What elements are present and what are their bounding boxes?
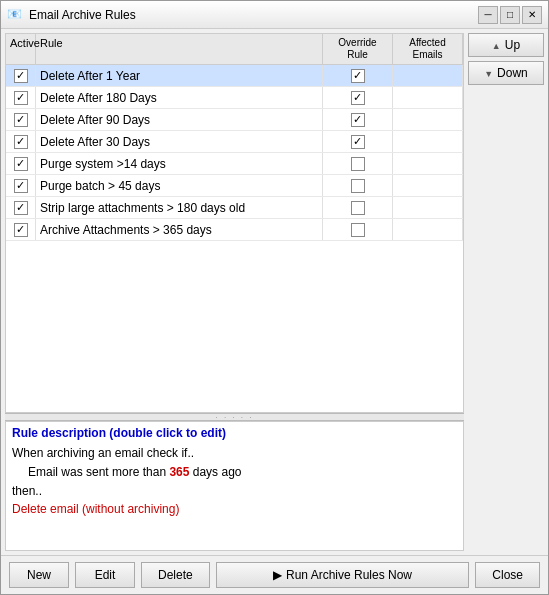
down-button[interactable]: Down — [468, 61, 544, 85]
resize-handle[interactable]: · · · · · — [5, 413, 464, 421]
title-buttons: ─ □ ✕ — [478, 6, 542, 24]
rule-name-cell: Archive Attachments > 365 days — [36, 219, 323, 240]
rule-name-cell: Delete After 1 Year — [36, 65, 323, 86]
override-checkbox[interactable] — [351, 201, 365, 215]
rule-name-cell: Purge batch > 45 days — [36, 175, 323, 196]
affected-cell[interactable] — [393, 109, 463, 130]
affected-cell[interactable] — [393, 153, 463, 174]
desc-line2: Email was sent more than 365 days ago — [12, 463, 457, 482]
override-cell[interactable] — [323, 219, 393, 240]
affected-cell[interactable] — [393, 175, 463, 196]
active-checkbox[interactable] — [14, 179, 28, 193]
table-row[interactable]: Delete After 1 Year — [6, 65, 463, 87]
override-cell[interactable] — [323, 109, 393, 130]
affected-cell[interactable] — [393, 87, 463, 108]
left-panel: Active Rule OverrideRule AffectedEmails … — [1, 29, 468, 555]
bottom-bar: New Edit Delete ▶ Run Archive Rules Now … — [1, 555, 548, 594]
desc-days: 365 — [169, 465, 189, 479]
table-row[interactable]: Strip large attachments > 180 days old — [6, 197, 463, 219]
override-checkbox[interactable] — [351, 223, 365, 237]
minimize-button[interactable]: ─ — [478, 6, 498, 24]
override-checkbox[interactable] — [351, 91, 365, 105]
rule-name-cell: Strip large attachments > 180 days old — [36, 197, 323, 218]
active-checkbox[interactable] — [14, 113, 28, 127]
override-checkbox[interactable] — [351, 69, 365, 83]
active-cell[interactable] — [6, 65, 36, 86]
override-cell[interactable] — [323, 87, 393, 108]
desc-line3: then.. — [12, 482, 457, 501]
main-window: 📧 Email Archive Rules ─ □ ✕ Active Rule … — [0, 0, 549, 595]
rules-table: Active Rule OverrideRule AffectedEmails … — [5, 33, 464, 413]
close-title-button[interactable]: ✕ — [522, 6, 542, 24]
active-cell[interactable] — [6, 153, 36, 174]
affected-cell[interactable] — [393, 131, 463, 152]
run-button[interactable]: ▶ Run Archive Rules Now — [216, 562, 470, 588]
title-left: 📧 Email Archive Rules — [7, 7, 136, 23]
active-cell[interactable] — [6, 175, 36, 196]
table-row[interactable]: Purge batch > 45 days — [6, 175, 463, 197]
desc-line1: When archiving an email check if.. — [12, 444, 457, 463]
desc-action: Delete email (without archiving) — [12, 502, 457, 516]
desc-post: days ago — [189, 465, 241, 479]
override-cell[interactable] — [323, 197, 393, 218]
table-row[interactable]: Delete After 180 Days — [6, 87, 463, 109]
rule-name-cell: Delete After 90 Days — [36, 109, 323, 130]
override-checkbox[interactable] — [351, 113, 365, 127]
active-cell[interactable] — [6, 109, 36, 130]
right-panel: Up Down — [468, 29, 548, 555]
affected-cell[interactable] — [393, 219, 463, 240]
affected-cell[interactable] — [393, 197, 463, 218]
table-header: Active Rule OverrideRule AffectedEmails — [6, 34, 463, 65]
app-icon: 📧 — [7, 7, 23, 23]
active-cell[interactable] — [6, 219, 36, 240]
affected-cell[interactable] — [393, 65, 463, 86]
table-row[interactable]: Delete After 30 Days — [6, 131, 463, 153]
up-button[interactable]: Up — [468, 33, 544, 57]
title-bar: 📧 Email Archive Rules ─ □ ✕ — [1, 1, 548, 29]
override-cell[interactable] — [323, 175, 393, 196]
description-panel: Rule description (double click to edit) … — [5, 421, 464, 551]
up-label: Up — [505, 38, 520, 52]
active-checkbox[interactable] — [14, 91, 28, 105]
down-label: Down — [497, 66, 528, 80]
active-checkbox[interactable] — [14, 69, 28, 83]
edit-button[interactable]: Edit — [75, 562, 135, 588]
maximize-button[interactable]: □ — [500, 6, 520, 24]
active-checkbox[interactable] — [14, 223, 28, 237]
table-body: Delete After 1 YearDelete After 180 Days… — [6, 65, 463, 241]
desc-header[interactable]: Rule description (double click to edit) — [12, 426, 457, 440]
run-label: Run Archive Rules Now — [286, 568, 412, 582]
main-content: Active Rule OverrideRule AffectedEmails … — [1, 29, 548, 555]
rule-name-cell: Purge system >14 days — [36, 153, 323, 174]
col-override: OverrideRule — [323, 34, 393, 64]
delete-button[interactable]: Delete — [141, 562, 210, 588]
up-icon — [492, 38, 501, 52]
override-cell[interactable] — [323, 65, 393, 86]
rule-name-cell: Delete After 180 Days — [36, 87, 323, 108]
desc-pre: Email was sent more than — [28, 465, 169, 479]
override-cell[interactable] — [323, 153, 393, 174]
active-cell[interactable] — [6, 87, 36, 108]
col-active: Active — [6, 34, 36, 64]
override-checkbox[interactable] — [351, 157, 365, 171]
table-row[interactable]: Archive Attachments > 365 days — [6, 219, 463, 241]
table-row[interactable]: Delete After 90 Days — [6, 109, 463, 131]
override-cell[interactable] — [323, 131, 393, 152]
run-icon: ▶ — [273, 568, 282, 582]
override-checkbox[interactable] — [351, 179, 365, 193]
new-button[interactable]: New — [9, 562, 69, 588]
down-icon — [484, 66, 493, 80]
table-row[interactable]: Purge system >14 days — [6, 153, 463, 175]
col-rule: Rule — [36, 34, 323, 64]
active-cell[interactable] — [6, 131, 36, 152]
col-affected: AffectedEmails — [393, 34, 463, 64]
window-title: Email Archive Rules — [29, 8, 136, 22]
override-checkbox[interactable] — [351, 135, 365, 149]
rule-name-cell: Delete After 30 Days — [36, 131, 323, 152]
active-checkbox[interactable] — [14, 201, 28, 215]
active-checkbox[interactable] — [14, 135, 28, 149]
active-cell[interactable] — [6, 197, 36, 218]
close-button[interactable]: Close — [475, 562, 540, 588]
active-checkbox[interactable] — [14, 157, 28, 171]
